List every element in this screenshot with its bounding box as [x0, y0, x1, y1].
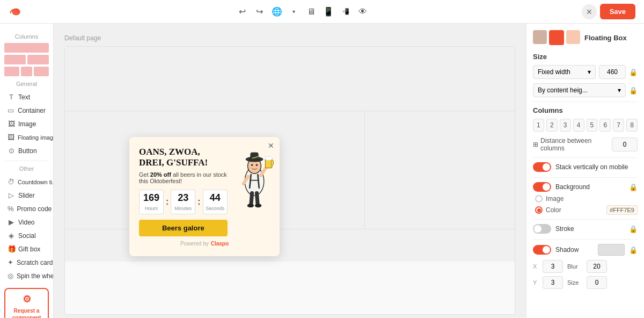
- height-select[interactable]: By content heig... ▾: [533, 83, 626, 97]
- logo: [9, 4, 24, 19]
- col-block: [4, 67, 19, 76]
- undo-button[interactable]: ↩: [235, 4, 251, 20]
- col-1-button[interactable]: 1: [533, 119, 544, 132]
- other-section-title: Other: [4, 165, 49, 172]
- globe-button[interactable]: 🌐: [269, 4, 285, 20]
- background-row: Background 🔒: [533, 182, 638, 192]
- sidebar-item-social[interactable]: ◈ Social: [4, 229, 49, 242]
- stack-toggle[interactable]: [533, 162, 551, 172]
- width-value[interactable]: 460: [599, 65, 626, 79]
- columns-grid: 1 2 3 4 5 6 7 8: [533, 119, 638, 132]
- distance-label: ⊞ Distance between columns: [533, 137, 612, 152]
- col-4-button[interactable]: 4: [573, 119, 584, 132]
- panel-divider-1: [533, 102, 638, 102]
- eye-icon[interactable]: 👁: [355, 4, 371, 20]
- blur-label: Blur: [567, 263, 582, 270]
- col-block: [21, 67, 32, 76]
- color-label: Color: [546, 206, 561, 214]
- distance-value[interactable]: 0: [612, 138, 638, 151]
- shadow-label: Shadow: [555, 246, 579, 254]
- desktop-icon[interactable]: 🖥: [303, 4, 319, 20]
- svg-rect-10: [271, 160, 273, 165]
- shadow-toggle[interactable]: [533, 245, 551, 255]
- col-8-button[interactable]: 8: [626, 119, 638, 132]
- panel-divider-5: [533, 239, 638, 240]
- columns-section-title: Columns: [4, 33, 49, 40]
- sidebar-item-button[interactable]: ⊙ Button: [4, 144, 49, 157]
- background-toggle[interactable]: [533, 182, 551, 192]
- popup-subtitle: Get 20% off all beers in our stock this …: [139, 171, 228, 184]
- countdown-row: 169 Hours : 23 Minutes : 44: [139, 190, 228, 214]
- floating-image-icon: 🖼: [8, 133, 14, 141]
- sidebar-item-countdown[interactable]: ⏱ Countdown ti...: [4, 175, 49, 189]
- request-component-button[interactable]: ⚙ Request a component: [4, 288, 49, 318]
- col-block: [4, 43, 49, 53]
- sidebar-item-floating-image[interactable]: 🖼 Floating image: [4, 131, 49, 144]
- promo-icon: %: [8, 205, 14, 213]
- sidebar-item-slider[interactable]: ▷ Slider: [4, 189, 49, 202]
- countdown-sep1: :: [166, 197, 169, 207]
- popup-title: OANS, ZWOA, DREI, G'SUFFA!: [139, 147, 228, 169]
- col-3-button[interactable]: 3: [560, 119, 571, 132]
- col-2-button[interactable]: 2: [546, 119, 558, 132]
- popup-text: OANS, ZWOA, DREI, G'SUFFA! Get 20% off a…: [139, 147, 228, 237]
- topbar-left: [9, 4, 24, 19]
- shadow-preview: [598, 244, 625, 256]
- floating-box-title: Floating Box: [584, 34, 627, 42]
- color-radio[interactable]: [535, 206, 543, 214]
- y-value[interactable]: 3: [543, 276, 563, 289]
- sidebar-item-spin[interactable]: ◎ Spin the wheel: [4, 269, 49, 283]
- x-value[interactable]: 3: [543, 260, 563, 273]
- lock-icon-2: 🔒: [629, 86, 638, 95]
- sidebar-item-video[interactable]: ▶ Video: [4, 215, 49, 229]
- col-block: [34, 67, 49, 76]
- sidebar-item-container[interactable]: ▭ Container: [4, 104, 49, 117]
- color-option-row: Color #FFF7E9: [535, 205, 638, 215]
- svg-point-15: [247, 204, 253, 207]
- spin-icon: ◎: [8, 272, 13, 280]
- chevron-down-icon[interactable]: ▾: [286, 4, 302, 20]
- chevron-down-icon: ▾: [588, 68, 591, 76]
- stroke-toggle-row: Stroke 🔒: [533, 224, 638, 234]
- sidebar-item-text[interactable]: T Text: [4, 90, 49, 104]
- popup-close-button[interactable]: ✕: [268, 141, 274, 150]
- col-6-button[interactable]: 6: [599, 119, 611, 132]
- svg-point-11: [265, 156, 272, 160]
- svg-line-13: [251, 193, 252, 205]
- sidebar-divider: [4, 161, 49, 161]
- countdown-sep2: :: [197, 197, 200, 207]
- save-button[interactable]: Save: [600, 4, 635, 19]
- stroke-toggle[interactable]: [533, 224, 551, 234]
- chevron-down-icon: ▾: [618, 86, 621, 94]
- canvas-area: Default page ✕ OANS, ZWOA, DREI, G'SUFFA…: [54, 24, 526, 318]
- background-section: Background 🔒 Image Color #FFF7E9: [533, 182, 638, 215]
- button-icon: ⊙: [8, 147, 15, 155]
- background-label: Background: [555, 183, 590, 191]
- close-button[interactable]: ✕: [582, 4, 597, 19]
- sidebar-item-image[interactable]: 🖼 Image: [4, 117, 49, 131]
- col-5-button[interactable]: 5: [587, 119, 598, 132]
- general-section-title: General: [4, 81, 49, 87]
- color-chip[interactable]: #FFF7E9: [606, 205, 638, 215]
- fb-icon-2[interactable]: [549, 30, 564, 45]
- size-value[interactable]: 0: [587, 276, 607, 289]
- width-select[interactable]: Fixed width ▾: [533, 65, 596, 79]
- tablet-icon[interactable]: 📱: [320, 4, 336, 20]
- mobile-icon[interactable]: 📲: [338, 4, 354, 20]
- lock-icon-3: 🔒: [629, 183, 638, 191]
- columns-preview-1: [4, 43, 49, 53]
- image-radio[interactable]: [535, 195, 543, 203]
- shadow-xy-row: X 3 Blur 20: [533, 260, 638, 273]
- shadow-size-row: Y 3 Size 0: [533, 276, 638, 289]
- sidebar-item-promo[interactable]: % Promo code: [4, 202, 49, 215]
- columns-icon: ⊞: [533, 141, 538, 148]
- popup-cta-button[interactable]: Beers galore: [139, 220, 228, 236]
- col-7-button[interactable]: 7: [613, 119, 624, 132]
- svg-rect-6: [251, 153, 258, 160]
- sidebar-item-gift[interactable]: 🎁 Gift box: [4, 242, 49, 256]
- sidebar-item-scratch[interactable]: ✦ Scratch card: [4, 256, 49, 269]
- blur-value[interactable]: 20: [587, 260, 607, 273]
- redo-button[interactable]: ↪: [252, 4, 268, 20]
- social-icon: ◈: [8, 232, 15, 240]
- lock-icon: 🔒: [629, 68, 638, 76]
